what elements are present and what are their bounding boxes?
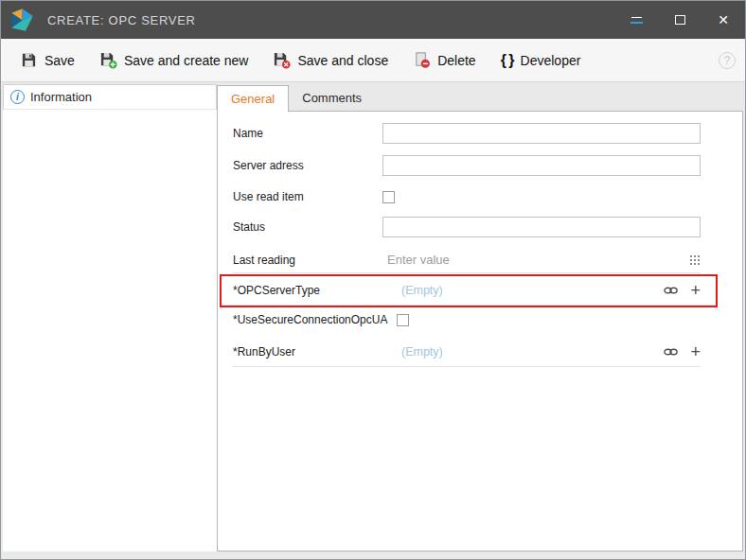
save-create-new-icon [99,51,117,69]
maximize-button[interactable] [658,1,702,39]
info-icon: i [10,90,25,104]
help-icon: ? [724,54,731,67]
link-record-icon[interactable] [663,346,679,358]
run-by-user-value[interactable]: (Empty) [382,345,443,359]
opc-server-type-label: *OPCServerType [233,284,382,297]
name-input[interactable] [382,123,701,144]
name-label: Name [233,127,382,140]
toolbar: Save Save and create new Save and close [1,39,745,82]
form-row-use-secure-connection: *UseSecureConnectionOpcUA [233,308,701,331]
window-title: CREATE: OPC SERVER [47,13,196,27]
value-picker-grid-icon[interactable] [689,254,701,266]
use-read-item-label: Use read item [233,190,382,203]
help-button[interactable]: ? [719,52,736,69]
developer-label: Developer [521,53,581,68]
form-row-run-by-user: *RunByUser (Empty) + [233,338,701,367]
app-window: CREATE: OPC SERVER ✕ Save [0,0,746,560]
developer-icon: { } [501,52,514,69]
save-and-close-label: Save and close [297,53,388,68]
tab-comments[interactable]: Comments [289,85,375,111]
form-row-name: Name [233,121,701,146]
information-tab-label: Information [30,90,92,104]
server-address-input[interactable] [382,155,701,176]
window-controls: ✕ [614,1,745,39]
information-panel: i Information [3,84,217,551]
opc-server-type-value[interactable]: (Empty) [382,284,443,297]
form-row-use-read-item: Use read item [233,185,701,208]
form-row-server-address: Server adress [233,153,701,178]
run-by-user-label: *RunByUser [233,345,382,359]
minimize-accent [631,22,643,24]
save-label: Save [44,53,75,68]
save-close-icon [273,51,291,69]
form-panel: Name Server adress Use read item Status [217,111,743,551]
save-button[interactable]: Save [10,45,84,75]
status-label: Status [233,220,382,234]
tab-general[interactable]: General [217,85,289,112]
content-area: i Information General Comments Name Serv… [1,82,745,559]
link-record-icon[interactable] [663,285,679,296]
minimize-button[interactable] [614,1,658,39]
server-address-label: Server adress [233,159,382,172]
tabstrip: General Comments [217,84,743,111]
titlebar: CREATE: OPC SERVER ✕ [1,1,745,39]
form-row-last-reading: Last reading Enter value [233,247,701,273]
close-button[interactable]: ✕ [702,1,745,39]
main-column: General Comments Name Server adress Use … [217,84,743,551]
save-and-create-new-label: Save and create new [124,53,249,68]
information-panel-body [3,110,217,551]
use-read-item-checkbox[interactable] [382,191,395,203]
save-and-create-new-button[interactable]: Save and create new [90,45,258,75]
last-reading-label: Last reading [233,254,382,267]
maximize-icon [675,15,685,25]
use-secure-connection-label: *UseSecureConnectionOpcUA [233,313,397,326]
delete-icon [413,51,431,69]
add-record-icon[interactable]: + [690,282,701,299]
status-input[interactable] [382,217,701,237]
close-icon: ✕ [718,13,729,26]
form-row-opc-server-type: *OPCServerType (Empty) + [222,276,716,306]
last-reading-placeholder[interactable]: Enter value [382,253,450,267]
save-icon [20,51,38,69]
minimize-icon [631,17,642,18]
add-record-icon[interactable]: + [690,343,701,360]
use-secure-connection-checkbox[interactable] [397,314,409,326]
save-and-close-button[interactable]: Save and close [263,45,398,75]
delete-button[interactable]: Delete [403,45,485,75]
form-row-status: Status [233,215,701,239]
app-logo-icon [9,8,35,33]
tab-information[interactable]: i Information [3,84,217,110]
delete-label: Delete [437,53,475,68]
developer-button[interactable]: { } Developer [491,46,591,75]
